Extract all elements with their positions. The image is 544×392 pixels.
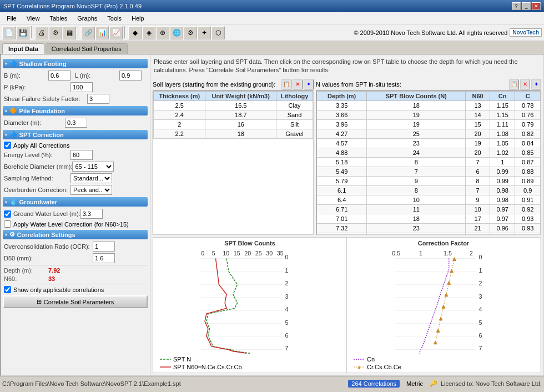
- spt-table-row[interactable]: 7.3223210.960.93: [317, 223, 541, 233]
- tool7-button[interactable]: ⬡: [211, 26, 225, 39]
- spt-table-row[interactable]: 7.6226240.960.94: [317, 233, 541, 235]
- safety-input[interactable]: [87, 94, 109, 104]
- spt-table-row[interactable]: 6.1870.980.9: [317, 185, 541, 195]
- energy-input[interactable]: [70, 150, 93, 160]
- spt-table-row[interactable]: 5.79980.990.89: [317, 176, 541, 185]
- n60-display-label: N60:: [4, 275, 48, 282]
- p-row: P (kPa):: [3, 82, 148, 92]
- svg-text:4: 4: [478, 306, 482, 313]
- tool4-button[interactable]: 🌐: [170, 26, 183, 39]
- menu-file[interactable]: File: [2, 14, 21, 23]
- expand-icon-spt[interactable]: ▪: [5, 132, 7, 138]
- save-button[interactable]: 💾: [16, 26, 29, 39]
- shallow-footing-header: ▪ 🔷 Shallow Footing: [3, 59, 148, 68]
- spt-table-row[interactable]: 6.7111100.970.92: [317, 204, 541, 214]
- spt-copy-btn[interactable]: 📋: [509, 79, 519, 89]
- b-input[interactable]: [48, 71, 70, 81]
- svg-text:0.5: 0.5: [392, 249, 400, 256]
- help-button[interactable]: ?: [512, 2, 521, 10]
- soil-table-row[interactable]: 2.218Gravel: [154, 129, 313, 138]
- tool5-button[interactable]: ⚙: [184, 26, 197, 39]
- show-applicable-checkbox[interactable]: [4, 286, 11, 293]
- spt-table-row[interactable]: 3.6619141.150.76: [317, 110, 541, 119]
- borehole-select[interactable]: 65 - 115 115 - 150 >150: [72, 162, 114, 172]
- expand-icon-cs[interactable]: ▪: [5, 232, 7, 238]
- l-input[interactable]: [119, 71, 142, 81]
- svg-text:2: 2: [478, 280, 482, 287]
- menu-tools[interactable]: Tools: [103, 14, 126, 23]
- cs-icon: ⚙: [9, 231, 15, 238]
- apply-corrections-checkbox[interactable]: [4, 142, 11, 149]
- print-button[interactable]: 🖨: [35, 26, 48, 39]
- table-button[interactable]: ▦: [63, 26, 76, 39]
- chart-bar-button[interactable]: 📊: [95, 26, 109, 39]
- correlation-settings-label: Correlation Settings: [17, 232, 75, 238]
- d50-input[interactable]: [93, 253, 115, 263]
- spt-table-row[interactable]: 3.9619151.110.79: [317, 119, 541, 129]
- chart2-button[interactable]: 📈: [109, 26, 123, 39]
- diameter-input[interactable]: [65, 118, 87, 128]
- tool3-button[interactable]: ⊕: [156, 26, 169, 39]
- soil-delete-btn[interactable]: ✕: [293, 79, 303, 89]
- status-right: 264 Correlations Metric 🔑 Licensed to: N…: [348, 380, 542, 388]
- spt-delete-btn[interactable]: ✕: [520, 79, 530, 89]
- soil-copy-btn[interactable]: 📋: [281, 79, 291, 89]
- svg-text:0: 0: [478, 254, 482, 260]
- spt-table-container: N values from SPT in-situ tests: 📋 ✕ ✦ D…: [316, 79, 541, 235]
- soil-table: Thickness (m) Unit Weight (kN/m3) Lithol…: [153, 91, 313, 139]
- soil-table-row[interactable]: 2.516.5Clay: [154, 100, 313, 110]
- spt-table-row[interactable]: 4.2725201.080.82: [317, 129, 541, 138]
- correlation-settings-header: ▪ ⚙ Correlation Settings: [3, 230, 148, 239]
- spt-table-row[interactable]: 4.8824201.020.85: [317, 148, 541, 157]
- spt-correction-header: ▪ 🔷 SPT Correction: [3, 130, 148, 139]
- instruction-text: Please enter soil layering and SPT data.…: [153, 57, 541, 76]
- spt-table-row[interactable]: 3.3518131.150.78: [317, 100, 541, 110]
- soil-table-title: Soil layers (starting from the existing …: [153, 81, 275, 88]
- spt-col-c: C: [515, 91, 541, 100]
- soil-table-row[interactable]: 216Silt: [154, 119, 313, 129]
- spt-table-row[interactable]: 7.0118170.970.93: [317, 214, 541, 223]
- spt-table-row[interactable]: 5.188710.87: [317, 157, 541, 167]
- expand-icon-shallow[interactable]: ▪: [5, 61, 7, 67]
- tab-input-data[interactable]: Input Data: [2, 43, 44, 54]
- ocr-input[interactable]: [93, 242, 115, 252]
- close-button[interactable]: ✕: [532, 2, 541, 10]
- license-icon: 🔑: [430, 380, 437, 387]
- soil-add-btn[interactable]: ✦: [304, 79, 314, 89]
- gwl-checkbox[interactable]: [4, 210, 11, 218]
- menu-tables[interactable]: Tables: [45, 14, 72, 23]
- depth-display-row: Depth (m): 7.92: [3, 267, 148, 274]
- legend-cr-label: Cr.Cs.Cb.Ce: [367, 364, 401, 370]
- toolbar-buttons: 📄 💾 🖨 ⚙ ▦ 🔗 📊 📈 ◆ ◈ ⊕ 🌐 ⚙ ✦ ⬡: [2, 26, 225, 39]
- expand-icon-pile[interactable]: ▪: [5, 108, 7, 114]
- minimize-button[interactable]: _: [522, 2, 531, 10]
- spt-table-row[interactable]: 5.49760.990.88: [317, 167, 541, 176]
- charts-area: SPT Blow Counts 0 5 10 15 20 25 30 35 0 …: [153, 237, 541, 373]
- new-button[interactable]: 📄: [2, 26, 16, 39]
- menu-help[interactable]: Help: [127, 14, 149, 23]
- menu-view[interactable]: View: [22, 14, 44, 23]
- tool2-button[interactable]: ◈: [142, 26, 155, 39]
- link-button[interactable]: 🔗: [82, 26, 95, 39]
- spt-table-row[interactable]: 4.5723191.050.84: [317, 138, 541, 148]
- svg-text:2: 2: [470, 249, 473, 256]
- tab-correlated-soil[interactable]: Correlated Soil Properties: [46, 43, 128, 54]
- overburden-select[interactable]: Peck and...: [70, 185, 112, 195]
- water-correction-checkbox[interactable]: [4, 220, 11, 228]
- spt-add-btn[interactable]: ✦: [531, 79, 541, 89]
- filter-button[interactable]: ⚙: [49, 26, 62, 39]
- spt-table-toolbar: N values from SPT in-situ tests: 📋 ✕ ✦: [316, 79, 541, 89]
- spt-table-row[interactable]: 6.41090.980.91: [317, 195, 541, 204]
- gwl-label: Ground Water Level (m):: [13, 210, 80, 217]
- expand-icon-gw[interactable]: ▪: [5, 199, 7, 205]
- soil-table-row[interactable]: 2.418.7Sand: [154, 110, 313, 119]
- correlations-badge: 264 Correlations: [348, 380, 400, 388]
- tool6-button[interactable]: ✦: [198, 26, 211, 39]
- menu-graphs[interactable]: Graphs: [73, 14, 102, 23]
- p-input[interactable]: [70, 82, 93, 92]
- sep1: [31, 26, 33, 38]
- tool1-button[interactable]: ◆: [128, 26, 142, 39]
- correlate-button[interactable]: ⊞ Correlate Soil Parameters: [3, 295, 148, 308]
- sampling-select[interactable]: Standard...: [70, 173, 112, 183]
- gwl-input[interactable]: [80, 209, 103, 219]
